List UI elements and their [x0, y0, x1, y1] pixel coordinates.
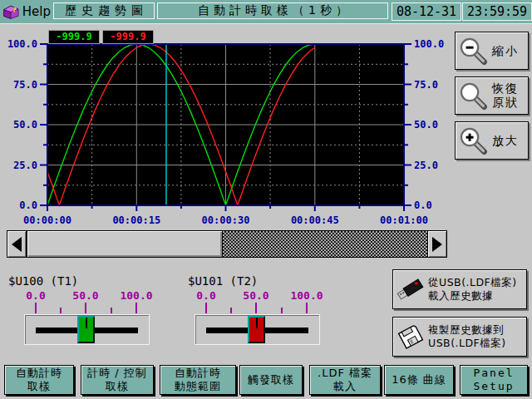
readout-t2: -999.9: [102, 30, 154, 44]
thumb-pointer: [256, 318, 258, 328]
thumb-pointer: [86, 318, 87, 328]
screen-title: 歷史趨勢圖: [53, 2, 155, 19]
svg-text:100.0: 100.0: [414, 38, 444, 50]
scale-tick: [85, 303, 86, 313]
time-display: 23:59:59: [462, 2, 532, 21]
btn-label: 自動計時: [16, 367, 62, 380]
svg-text:00:00:00: 00:00:00: [23, 214, 71, 226]
zoom-in-label: 放大: [492, 134, 523, 148]
usb-load-label-line2: 載入歷史數據: [428, 289, 517, 303]
magnifier-plus-icon: [458, 126, 488, 155]
btn-label: 動態範圍: [175, 380, 221, 393]
reset-zoom-button[interactable]: 恢復原狀: [455, 76, 529, 115]
scale-label: 100.0: [288, 289, 325, 302]
usb-copy-label: 複製歷史數據到 USB(.LDF檔案): [428, 323, 506, 350]
slider-widget-t2: $U101 (T2) 0.0 50.0 100.0: [177, 274, 335, 349]
btn-label: .LDF 檔案: [318, 367, 372, 380]
scale-label: 50.0: [67, 289, 104, 302]
usb-load-label: 從USB(.LDF檔案) 載入歷史數據: [428, 276, 517, 303]
top-bar: ? Help 歷史趨勢圖 自動計時取樣（1秒） 08-12-31 23:59:5…: [0, 0, 532, 24]
btn-label: 16條 曲線: [392, 373, 446, 387]
slider-widget-t1: $U100 (T1) 0.0 50.0 100.0: [7, 274, 165, 349]
scroll-thumb[interactable]: [27, 230, 223, 258]
btn-label: 計時 / 控制: [87, 367, 147, 380]
btn-label: Setup: [473, 380, 514, 393]
svg-text:50.0: 50.0: [13, 119, 37, 131]
scale-label: 50.0: [238, 289, 274, 302]
scale-tick: [135, 303, 137, 313]
reset-zoom-label: 恢復原狀: [492, 81, 523, 110]
floppy-disk-icon: [395, 322, 426, 352]
btn-label: 載入: [333, 380, 357, 393]
readout-t1: -999.9: [48, 30, 100, 44]
btn-auto-timed-dynamic-range[interactable]: 自動計時 動態範圍: [160, 365, 236, 395]
svg-text:00:01:00: 00:01:00: [380, 214, 428, 226]
scale-tick: [255, 303, 257, 313]
scale-label: 0.0: [188, 289, 224, 302]
trend-chart-svg[interactable]: 0.00.025.025.050.050.075.075.0100.0100.0…: [7, 25, 447, 231]
usb-copy-label-line2: USB(.LDF檔案): [428, 337, 506, 350]
zoom-out-button[interactable]: 縮小: [455, 32, 529, 70]
btn-label: 自動計時: [175, 367, 221, 380]
slider-t2-thumb[interactable]: [248, 316, 265, 343]
slider-t1-label: $U100 (T1): [8, 274, 78, 288]
help-label: Help: [22, 4, 51, 19]
svg-text:00:00:30: 00:00:30: [202, 214, 250, 226]
btn-panel-setup[interactable]: Panel Setup: [460, 365, 528, 395]
scale-tick: [111, 308, 112, 313]
scale-tick: [281, 308, 283, 313]
usb-load-label-line1: 從USB(.LDF檔案): [428, 276, 517, 289]
slider-t1-thumb[interactable]: [77, 316, 95, 343]
btn-timed-control-sampling[interactable]: 計時 / 控制 取樣: [81, 365, 154, 395]
scale-tick: [60, 308, 62, 313]
h-scrollbar: [7, 230, 447, 258]
btn-label: 取樣: [106, 380, 129, 393]
scroll-left-button[interactable]: [7, 230, 27, 258]
scroll-right-button[interactable]: [427, 230, 447, 258]
svg-text:00:00:45: 00:00:45: [291, 214, 339, 226]
scale-tick: [306, 303, 308, 313]
hmi-screen: ? Help 歷史趨勢圖 自動計時取樣（1秒） 08-12-31 23:59:5…: [0, 0, 532, 399]
btn-auto-timed-sampling[interactable]: 自動計時 取樣: [4, 365, 74, 395]
magnifier-minus-icon: [458, 36, 488, 66]
svg-text:100.0: 100.0: [7, 38, 37, 50]
zoom-out-label: 縮小: [492, 44, 523, 58]
btn-label: 取樣: [27, 380, 51, 393]
help-button[interactable]: ? Help: [2, 2, 51, 22]
svg-text:75.0: 75.0: [13, 79, 37, 91]
right-arrow-icon: [432, 237, 442, 252]
svg-text:25.0: 25.0: [13, 160, 37, 171]
svg-text:25.0: 25.0: [414, 160, 438, 171]
magnifier-icon: [458, 81, 488, 111]
btn-label: Panel: [473, 367, 514, 380]
date-display: 08-12-31: [392, 2, 461, 21]
svg-text:0.0: 0.0: [19, 200, 37, 211]
usb-copy-label-line1: 複製歷史數據到: [428, 323, 506, 337]
svg-text:0.0: 0.0: [414, 200, 432, 211]
usb-drive-icon: [395, 274, 426, 304]
btn-16-curves[interactable]: 16條 曲線: [384, 365, 454, 395]
scale-tick: [230, 308, 232, 313]
scale-tick: [205, 303, 207, 313]
zoom-in-button[interactable]: 放大: [455, 121, 529, 160]
usb-load-history-button[interactable]: 從USB(.LDF檔案) 載入歷史數據: [392, 269, 527, 309]
btn-label: 觸發取樣: [248, 373, 294, 387]
scale-tick: [35, 303, 37, 313]
usb-copy-history-button[interactable]: 複製歷史數據到 USB(.LDF檔案): [392, 317, 527, 357]
help-book-icon: ?: [2, 2, 19, 22]
scale-label: 100.0: [118, 289, 155, 302]
btn-ldf-file-load[interactable]: .LDF 檔案 載入: [309, 365, 381, 395]
slider-t2-label: $U101 (T2): [188, 274, 258, 288]
svg-text:00:00:15: 00:00:15: [112, 214, 160, 226]
scale-label: 0.0: [17, 289, 54, 302]
sampling-mode-title: 自動計時取樣（1秒）: [157, 2, 388, 19]
svg-text:50.0: 50.0: [414, 119, 438, 131]
left-arrow-icon: [12, 237, 22, 252]
svg-text:75.0: 75.0: [414, 79, 438, 91]
btn-trigger-sampling[interactable]: 觸發取樣: [239, 365, 303, 395]
